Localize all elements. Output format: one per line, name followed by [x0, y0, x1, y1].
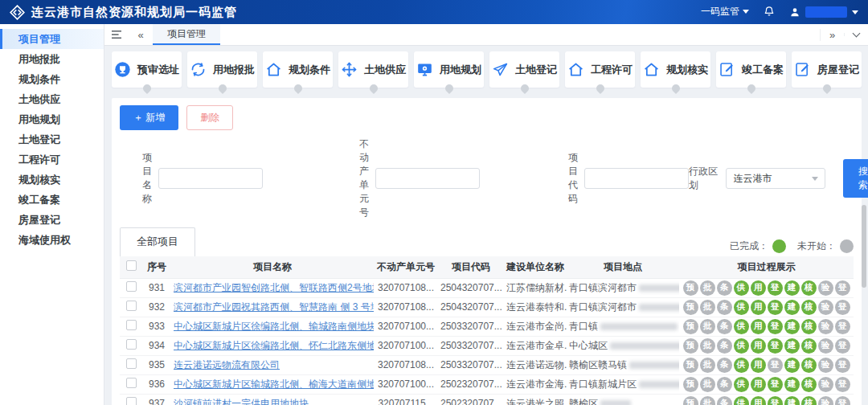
tab-actions-icon[interactable]: [844, 33, 868, 36]
row-unit: 320707100...: [374, 374, 438, 394]
process-step-dot: 登: [835, 396, 850, 405]
row-unit: 320707100...: [374, 336, 438, 355]
mode-dropdown[interactable]: 一码监管: [701, 5, 749, 20]
process-step-dot: 条: [717, 280, 732, 296]
project-link[interactable]: 滨河都市产业园祝其路西侧、智慧路南 侧 3 号地块: [174, 301, 374, 313]
toolbar-item-land-supply[interactable]: 土地供应: [338, 51, 408, 88]
sidebar-item[interactable]: 土地登记: [0, 129, 104, 149]
toolbar-item-label: 用地报批: [213, 63, 255, 77]
home-icon: [643, 61, 660, 78]
vertical-scrollbar[interactable]: [862, 205, 866, 288]
process-step-dot: 核: [801, 338, 817, 354]
content-area: 预审选址 用地报批 规划条件 土地供应: [104, 46, 868, 405]
row-checkbox[interactable]: [126, 358, 137, 369]
process-step-dot: 核: [801, 319, 817, 334]
chevron-down-icon: [743, 10, 749, 14]
row-location: 中心城区: [567, 336, 679, 355]
row-checkbox[interactable]: [126, 281, 137, 292]
process-step-dot: 供: [734, 280, 749, 296]
sidebar-item[interactable]: 用地报批: [0, 49, 104, 69]
project-link[interactable]: 中心城区新城片区输城路北侧、榆海大道南侧地块: [174, 378, 374, 390]
select-all-checkbox[interactable]: [126, 260, 137, 271]
bell-icon[interactable]: [764, 5, 775, 19]
process-step-dot: 预: [683, 358, 698, 373]
expand-tabs-icon[interactable]: »: [820, 29, 844, 41]
unit-number-input[interactable]: [375, 168, 480, 189]
delete-button[interactable]: 删除: [186, 105, 233, 130]
row-checkbox[interactable]: [126, 397, 137, 405]
toolbar-item-preliminary-site[interactable]: 预审选址: [112, 51, 182, 88]
pin-decoration: [669, 83, 681, 94]
sidebar-item[interactable]: 房屋登记: [0, 210, 104, 230]
row-process: 预批条供用登建核验登: [679, 336, 854, 355]
process-step-dot: 供: [734, 300, 749, 315]
toolbar-item-label: 房屋登记: [817, 63, 859, 77]
row-checkbox[interactable]: [126, 301, 137, 311]
process-step-dot: 用: [751, 280, 766, 296]
project-name-input[interactable]: [158, 168, 263, 189]
sidebar-item[interactable]: 规划条件: [0, 69, 104, 89]
process-step-dot: 预: [683, 396, 698, 405]
sidebar: 项目管理用地报批规划条件土地供应用地规划土地登记工程许可规划核实竣工备案房屋登记…: [0, 24, 104, 405]
add-button[interactable]: ＋ 新增: [120, 105, 178, 130]
process-step-dot: 预: [683, 338, 698, 354]
sidebar-item[interactable]: 工程许可: [0, 149, 104, 170]
sidebar-item[interactable]: 海域使用权: [0, 230, 104, 250]
row-location: 青口镇新城片区: [567, 374, 679, 394]
legend-done-label: 已完成：: [730, 239, 768, 253]
process-step-dot: 登: [835, 338, 850, 354]
col-unit-number: 不动产单元号: [374, 256, 438, 278]
process-step-dot: 条: [717, 300, 732, 315]
process-step-dot: 核: [801, 280, 817, 296]
sidebar-item[interactable]: 用地规划: [0, 109, 104, 129]
project-table: 序号 项目名称 不动产单元号 项目代码 建设单位名称 项目地点 项目过程展示 9…: [120, 256, 854, 405]
project-code-input[interactable]: [584, 168, 689, 189]
row-checkbox[interactable]: [126, 378, 137, 388]
sidebar-item[interactable]: 项目管理: [0, 29, 104, 49]
row-process: 预批条供用登建核验登: [679, 394, 854, 405]
project-link[interactable]: 滨河都市产业园智创路北侧、智联路西侧2号地块: [174, 282, 374, 293]
row-checkbox[interactable]: [126, 339, 137, 350]
process-step-dot: 条: [717, 319, 732, 334]
row-checkbox[interactable]: [126, 320, 137, 330]
col-builder-name: 建设单位名称: [504, 256, 567, 278]
table-row: 935连云港诺远物流有限公司320707108...2503320707...连…: [120, 355, 854, 374]
search-button[interactable]: 搜 索: [843, 159, 868, 198]
menu-toggle-icon[interactable]: [104, 24, 129, 45]
sidebar-item[interactable]: 规划核实: [0, 170, 104, 190]
filter-label-project-name: 项目名称: [142, 151, 152, 206]
row-process: 预批条供用登建核验登: [679, 297, 854, 317]
toolbar-item-house-registration[interactable]: 房屋登记: [792, 51, 862, 88]
sidebar-item[interactable]: 竣工备案: [0, 190, 104, 210]
process-step-dot: 登: [835, 319, 850, 334]
project-link[interactable]: 连云港诺远物流有限公司: [174, 359, 280, 370]
user-name-redacted: [805, 6, 847, 18]
process-step-dot: 条: [717, 377, 732, 392]
toolbar-item-planning-conditions[interactable]: 规划条件: [263, 51, 333, 88]
toolbar-item-label: 土地登记: [515, 63, 557, 77]
table-row: 934中心城区新城片区徐编路北侧、怀仁北路东侧地块320707100...250…: [120, 336, 854, 355]
sidebar-item[interactable]: 土地供应: [0, 89, 104, 109]
col-project-code: 项目代码: [438, 256, 504, 278]
toolbar-item-land-use-planning[interactable]: 用地规划: [414, 51, 484, 88]
row-unit: 320707108...: [374, 355, 438, 374]
project-link[interactable]: 中心城区新城片区徐编路北侧、输城路南侧地块: [174, 321, 374, 332]
toolbar-item-construction-permit[interactable]: 工程许可: [565, 51, 635, 88]
app-logo-icon: [10, 5, 25, 20]
toolbar-item-completion-filing[interactable]: 竣工备案: [716, 51, 786, 88]
process-step-dot: 登: [835, 300, 850, 315]
tab-all-projects[interactable]: 全部项目: [120, 227, 195, 256]
project-link[interactable]: 沙河镇前进村一宗供电用地地块: [174, 398, 309, 405]
toolbar-item-planning-verification[interactable]: 规划核实: [641, 51, 710, 88]
project-link[interactable]: 中心城区新城片区徐编路北侧、怀仁北路东侧地块: [174, 340, 374, 351]
toolbar-item-land-registration[interactable]: 土地登记: [489, 51, 559, 88]
toolbar-item-land-approval[interactable]: 用地报批: [187, 51, 257, 88]
tab-bar: « 项目管理 »: [104, 24, 868, 46]
process-step-dot: 用: [751, 358, 766, 373]
tab-project-management[interactable]: 项目管理: [153, 24, 220, 45]
user-menu[interactable]: [789, 6, 858, 18]
edit-icon: [719, 61, 735, 78]
collapse-tabs-icon[interactable]: «: [129, 24, 153, 45]
row-builder: 连云港诺远物...: [504, 355, 567, 374]
region-select[interactable]: 连云港市: [726, 168, 825, 189]
